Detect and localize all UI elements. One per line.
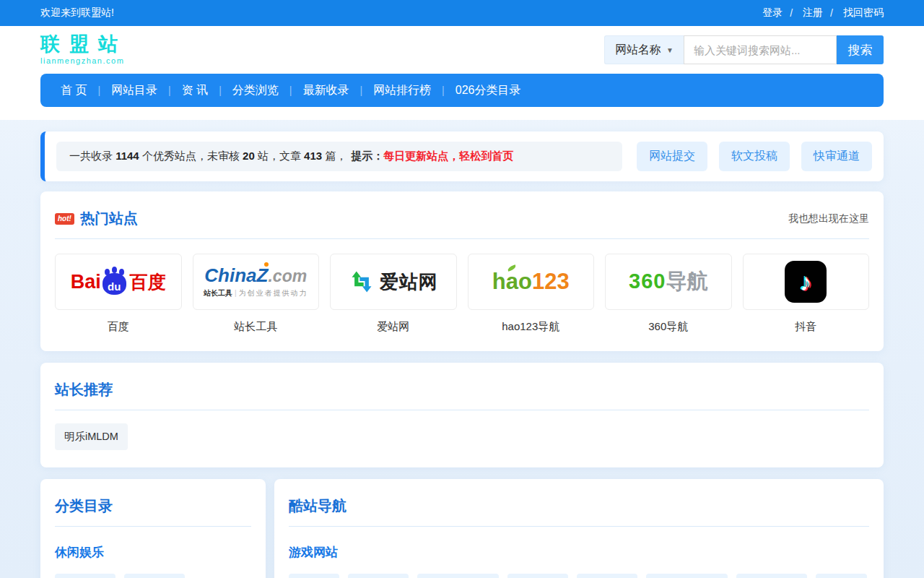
baidu-paw-icon: du [103, 273, 126, 295]
nav-separator: | [442, 85, 445, 96]
search-button[interactable]: 搜索 [837, 35, 884, 64]
nav-item-browse-categories[interactable]: 分类浏览 [232, 83, 279, 98]
nav-separator: | [359, 85, 362, 96]
hot-site-label: hao123导航 [468, 320, 595, 334]
stats-text: 一共收录 [69, 150, 116, 162]
chinaz-logo: ChinaZ.com 站长工具|为创业者提供动力 [204, 266, 308, 298]
hot-sites-title: 热门站点 [80, 209, 138, 228]
nav-separator: | [289, 85, 292, 96]
divider [55, 526, 251, 527]
submit-article-button[interactable]: 软文投稿 [719, 142, 790, 171]
notice-card: 一共收录 1144 个优秀站点，未审核 20 站，文章 413 篇，提示：每日更… [40, 131, 884, 181]
stats-text: 站，文章 [255, 150, 304, 162]
forgot-password-link[interactable]: 找回密码 [843, 7, 884, 20]
fast-review-button[interactable]: 快审通道 [801, 142, 872, 171]
baidu-logo-text: Bai [71, 271, 101, 293]
nav-item-latest[interactable]: 最新收录 [302, 83, 349, 98]
music-note-icon: ♪ [800, 269, 812, 294]
divider [55, 238, 869, 239]
category-tag[interactable]: 音乐网站 [124, 574, 185, 578]
360-logo-text: 导航 [666, 269, 707, 293]
hot-site-chinaz[interactable]: ChinaZ.com 站长工具|为创业者提供动力 站长工具 [193, 254, 320, 334]
hot-site-douyin[interactable]: ♪ 抖音 [743, 254, 870, 334]
main-nav: 首 页 | 网站目录 | 资 讯 | 分类浏览 | 最新收录 | 网站排行榜 |… [40, 74, 884, 107]
subcategory-entertainment: 休闲娱乐 [55, 544, 251, 561]
aizhan-logo-text: 爱站网 [380, 269, 438, 295]
search-category-dropdown[interactable]: 网站名称 ▼ [604, 35, 684, 64]
hao123-logo-hao: hao [492, 269, 532, 294]
nav-separator: | [219, 85, 222, 96]
search-input[interactable] [684, 35, 837, 64]
360-logo-num: 360 [629, 269, 666, 293]
logo-subtitle: lianmengzhan.com [40, 56, 127, 65]
aizhan-arrows-icon [349, 269, 375, 295]
nav-item-ranking[interactable]: 网站排行榜 [373, 83, 431, 98]
baidu-logo-cn: 百度 [130, 270, 166, 294]
site-tag[interactable]: 百分网官网 [736, 574, 808, 578]
tip-label: 提示： [351, 150, 383, 162]
separator: / [830, 7, 833, 19]
baidu-logo: Bai du 百度 [71, 269, 166, 295]
divider [289, 526, 869, 527]
site-stats: 一共收录 1144 个优秀站点，未审核 20 站，文章 413 篇，提示：每日更… [56, 142, 622, 171]
site-tag[interactable]: 永劫无间 [507, 574, 568, 578]
hot-site-label: 百度 [55, 320, 182, 334]
hao123-logo: hao123 [492, 269, 570, 295]
chevron-down-icon: ▼ [666, 46, 674, 54]
nav-item-site-directory[interactable]: 网站目录 [111, 83, 157, 98]
stats-pending-sites: 20 [243, 150, 255, 162]
category-tag[interactable]: 游戏网站 [55, 574, 116, 578]
login-link[interactable]: 登录 [762, 7, 783, 20]
chinaz-logo-text: China [204, 264, 256, 286]
search-box: 网站名称 ▼ 搜索 [604, 35, 884, 64]
site-logo[interactable]: 联盟站 lianmengzhan.com [40, 35, 127, 65]
hot-site-hao123[interactable]: hao123 hao123导航 [468, 254, 595, 334]
chinaz-logo-com: .com [268, 267, 307, 285]
category-directory-title: 分类目录 [55, 498, 113, 514]
divider: | [235, 289, 237, 297]
cool-site-tags: 当乐网 炉石传说 黑神话：悟空 永劫无间 元梦之星 战机世界游戏 百分网官网 3… [289, 574, 869, 578]
hot-site-baidu[interactable]: Bai du 百度 百度 [55, 254, 182, 334]
nav-item-news[interactable]: 资 讯 [182, 83, 208, 98]
recommend-section: 站长推荐 明乐iMLDM [40, 363, 884, 467]
hao123-logo-123: 123 [532, 269, 570, 294]
hot-icon: hot! [55, 213, 74, 225]
aizhan-logo: 爱站网 [349, 269, 438, 295]
recommend-site-tag[interactable]: 明乐iMLDM [55, 423, 128, 450]
cool-sites-title: 酷站导航 [289, 498, 346, 514]
nav-separator: | [168, 85, 171, 96]
hot-site-label: 抖音 [743, 320, 870, 334]
hot-site-360nav[interactable]: 360导航 360导航 [605, 254, 732, 334]
stats-text: 篇， [322, 150, 346, 162]
recommend-title: 站长推荐 [55, 380, 113, 400]
nav-item-home[interactable]: 首 页 [61, 83, 87, 98]
site-tag[interactable]: 炉石传说 [348, 574, 409, 578]
tiktok-icon: ♪ [785, 261, 827, 303]
site-tag[interactable]: 黑神话：悟空 [417, 574, 499, 578]
cool-sites-section: 酷站导航 游戏网站 当乐网 炉石传说 黑神话：悟空 永劫无间 元梦之星 战机世界… [274, 479, 884, 578]
hot-site-aizhan[interactable]: 爱站网 爱站网 [330, 254, 457, 334]
stats-total-sites: 1144 [116, 150, 139, 162]
tip-text: 每日更新站点，轻松到首页 [383, 150, 513, 162]
register-link[interactable]: 注册 [803, 7, 823, 20]
hot-site-label: 360导航 [605, 320, 732, 334]
chinaz-tagline-right: 为创业者提供动力 [239, 289, 308, 297]
site-tag[interactable]: 37手游 [816, 574, 867, 578]
site-tag[interactable]: 战机世界游戏 [646, 574, 728, 578]
chinaz-tagline-left: 站长工具 [204, 289, 232, 297]
site-tag[interactable]: 元梦之星 [577, 574, 637, 578]
submit-site-button[interactable]: 网站提交 [637, 142, 707, 171]
nav-item-026-directory[interactable]: 026分类目录 [456, 83, 521, 98]
separator: / [790, 7, 793, 19]
stats-articles: 413 [304, 150, 322, 162]
notice-buttons: 网站提交 软文投稿 快审通道 [637, 142, 872, 171]
category-tags: 游戏网站 音乐网站 图片摄影 视频电影 小说动漫 直播平台 [55, 574, 251, 578]
hot-site-label: 站长工具 [193, 320, 320, 334]
site-tag[interactable]: 当乐网 [289, 574, 339, 578]
360-logo: 360导航 [629, 267, 707, 296]
appear-here-link[interactable]: 我也想出现在这里 [788, 212, 869, 225]
topbar: 欢迎来到联盟站! 登录 / 注册 / 找回密码 [0, 0, 924, 26]
hot-sites-grid: Bai du 百度 百度 ChinaZ.com 站长工具|为创业者提供动力 [55, 254, 869, 334]
nav-separator: | [97, 85, 100, 96]
category-directory-section: 分类目录 休闲娱乐 游戏网站 音乐网站 图片摄影 视频电影 小说动漫 直播平台 [40, 479, 266, 578]
